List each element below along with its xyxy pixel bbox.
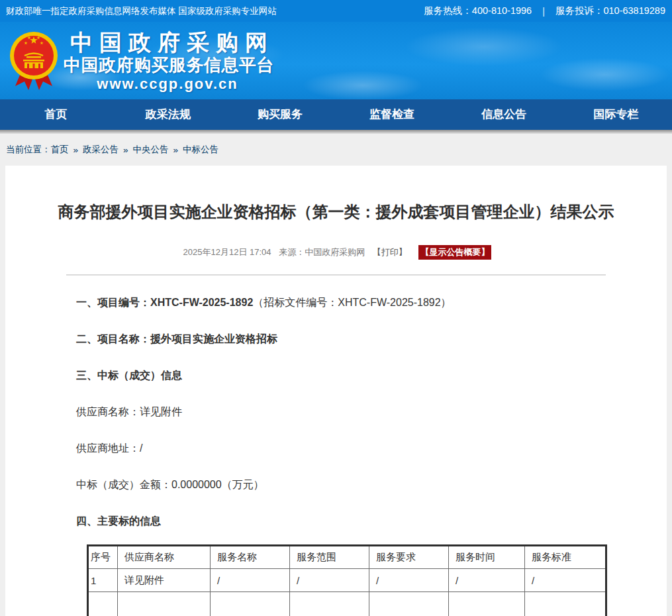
paragraph-project-number: 一、项目编号：XHTC-FW-2025-1892（招标文件编号：XHTC-FW-… (76, 297, 600, 309)
table-header-cell: 序号 (88, 546, 118, 569)
article-meta: 2025年12月12日 17:04 来源：中国政府采购网 【打印】 【显示公告概… (5, 245, 667, 260)
table-row: 1 详见附件 / / / / / (88, 569, 606, 592)
site-logo[interactable]: 中国政府采购网 中国政府购买服务信息平台 www.ccgp.gov.cn (64, 30, 271, 93)
table-cell (290, 592, 369, 616)
breadcrumb-item-home[interactable]: 首页 (51, 144, 69, 156)
service-hotline: 服务热线：400-810-1996 (424, 5, 532, 17)
table-header-cell: 供应商名称 (118, 546, 211, 569)
print-button[interactable]: 【打印】 (373, 247, 407, 257)
table-header-cell: 服务名称 (211, 546, 290, 569)
table-cell (88, 592, 118, 616)
breadcrumb: 当前位置： 首页 » 政采公告 » 中央公告 » 中标公告 (0, 134, 672, 166)
table-cell (118, 592, 211, 616)
table-cell (211, 592, 290, 616)
table-cell: 详见附件 (118, 569, 211, 592)
nav-item-announcements[interactable]: 信息公告 (448, 99, 560, 130)
topbar-slogan: 财政部唯一指定政府采购信息网络发布媒体 国家级政府采购专业网站 (6, 5, 277, 17)
show-summary-button[interactable]: 【显示公告概要】 (418, 245, 491, 260)
paragraph-supplier-address: 供应商地址：/ (76, 442, 600, 454)
table-cell: / (369, 569, 449, 592)
breadcrumb-item-zhengcai[interactable]: 政采公告 (83, 144, 119, 156)
table-header-cell: 服务标准 (525, 546, 606, 569)
paragraph-main-target-heading: 四、主要标的信息 (76, 515, 600, 527)
article-body: 一、项目编号：XHTC-FW-2025-1892（招标文件编号：XHTC-FW-… (5, 297, 667, 616)
service-complaint: 服务投诉：010-63819289 (555, 5, 665, 17)
paragraph-supplier-name: 供应商名称：详见附件 (76, 406, 600, 418)
table-cell: 1 (88, 569, 118, 592)
table-cell: / (525, 569, 606, 592)
breadcrumb-separator: » (173, 145, 179, 155)
table-cell (449, 592, 525, 616)
paragraph-award-info-heading: 三、中标（成交）信息 (76, 370, 600, 382)
nav-item-regulations[interactable]: 政采法规 (112, 99, 224, 130)
table-header-cell: 服务时间 (449, 546, 525, 569)
breadcrumb-item-award[interactable]: 中标公告 (183, 144, 218, 156)
table-row (88, 592, 606, 616)
site-name: 中国政府采购网 (70, 30, 271, 55)
nav-item-purchase-services[interactable]: 购买服务 (224, 99, 336, 130)
table-cell (525, 592, 606, 616)
table-cell: / (290, 569, 369, 592)
paragraph-award-amount: 中标（成交）金额：0.0000000（万元） (76, 479, 600, 491)
breadcrumb-separator: » (123, 145, 128, 155)
publish-datetime: 2025年12月12日 17:04 (183, 247, 271, 257)
table-cell: / (211, 569, 290, 592)
topbar-divider: | (542, 6, 545, 17)
table-header-cell: 服务要求 (369, 546, 449, 569)
site-banner: 中国政府采购网 中国政府购买服务信息平台 www.ccgp.gov.cn (0, 22, 672, 99)
breadcrumb-separator: » (73, 145, 79, 155)
nav-item-supervision[interactable]: 监督检查 (336, 99, 448, 130)
article-source: 来源：中国政府采购网 (279, 247, 365, 257)
title-divider (66, 274, 606, 276)
table-header-row: 序号 供应商名称 服务名称 服务范围 服务要求 服务时间 服务标准 (88, 546, 606, 569)
national-emblem-icon (9, 30, 59, 91)
breadcrumb-item-central[interactable]: 中央公告 (133, 144, 169, 156)
topbar-contacts: 服务热线：400-810-1996 | 服务投诉：010-63819289 (424, 5, 665, 17)
paragraph-project-name: 二、项目名称：援外项目实施企业资格招标 (76, 333, 600, 345)
table-cell: / (449, 569, 525, 592)
site-url: www.ccgp.gov.cn (64, 76, 271, 93)
table-cell (369, 592, 449, 616)
breadcrumb-label: 当前位置： (6, 144, 51, 156)
topbar: 财政部唯一指定政府采购信息网络发布媒体 国家级政府采购专业网站 服务热线：400… (0, 0, 672, 22)
nav-item-home[interactable]: 首页 (0, 99, 112, 130)
main-nav: 首页 政采法规 购买服务 监督检查 信息公告 国际专栏 (0, 99, 672, 130)
article-panel: 商务部援外项目实施企业资格招标（第一类：援外成套项目管理企业）结果公示 2025… (5, 166, 667, 616)
bid-target-table: 序号 供应商名称 服务名称 服务范围 服务要求 服务时间 服务标准 1 详见附件… (87, 544, 607, 616)
table-header-cell: 服务范围 (290, 546, 369, 569)
page-title: 商务部援外项目实施企业资格招标（第一类：援外成套项目管理企业）结果公示 (5, 166, 667, 222)
nav-item-international[interactable]: 国际专栏 (560, 99, 672, 130)
site-subtitle: 中国政府购买服务信息平台 (64, 55, 271, 76)
